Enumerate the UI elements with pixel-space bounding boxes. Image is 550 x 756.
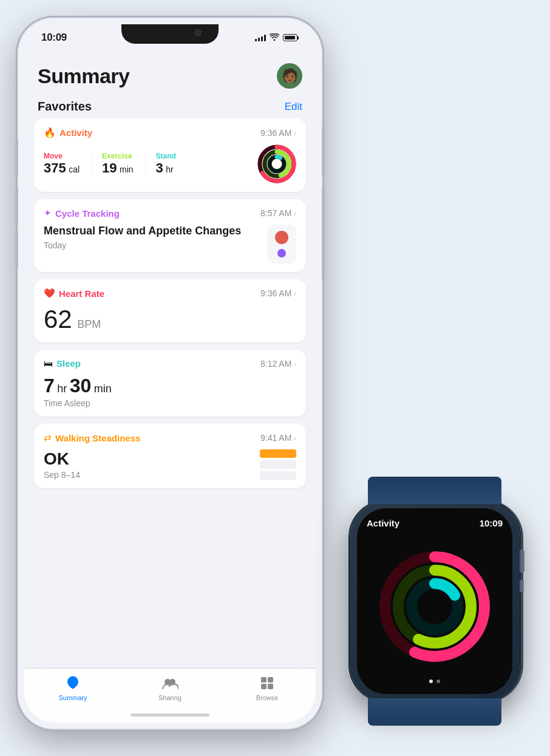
exercise-label: Exercise xyxy=(102,152,134,160)
phone-shell: 10:09 xyxy=(18,18,322,729)
tab-browse[interactable]: Browse xyxy=(219,675,316,701)
stand-value: 3 xyxy=(156,160,163,175)
sleep-icon: 🛏 xyxy=(44,358,53,369)
tab-summary[interactable]: Summary xyxy=(24,675,121,701)
activity-rings xyxy=(257,145,296,183)
watch-time: 10:09 xyxy=(480,518,503,528)
watch-dot-inactive xyxy=(436,679,440,683)
cycle-icon: ✦ xyxy=(44,208,52,219)
cycle-sub-text: Today xyxy=(44,240,241,250)
sleep-sub-text: Time Asleep xyxy=(44,398,296,408)
sleep-title: Sleep xyxy=(56,358,81,369)
chevron-icon: › xyxy=(293,359,296,369)
status-time: 10:09 xyxy=(41,32,67,44)
cycle-time: 8:57 AM › xyxy=(260,208,296,218)
watch-shell: Activity 10:09 → » xyxy=(350,501,520,701)
activity-card[interactable]: 🔥 Activity 9:36 AM › Move 375 xyxy=(34,118,306,192)
sleep-hours-unit: hr xyxy=(57,383,67,395)
activity-card-header: 🔥 Activity 9:36 AM › xyxy=(44,127,296,138)
battery-icon xyxy=(283,34,299,41)
sleep-hours-value: 7 xyxy=(44,375,55,397)
svg-text:↑: ↑ xyxy=(436,580,440,588)
edit-button[interactable]: Edit xyxy=(285,101,302,113)
sleep-time: 8:12 AM › xyxy=(260,359,296,369)
sharing-tab-label: Sharing xyxy=(158,694,182,701)
chevron-icon: › xyxy=(293,288,296,298)
sharing-tab-icon xyxy=(161,675,178,692)
chevron-icon: › xyxy=(293,128,296,138)
chevron-icon: › xyxy=(293,208,296,218)
sleep-minutes-unit: min xyxy=(94,383,112,395)
stand-unit: hr xyxy=(166,165,173,174)
walking-bar-2 xyxy=(260,460,296,469)
walking-content: OK Sep 8–14 xyxy=(44,449,296,480)
notch xyxy=(121,24,219,44)
activity-icon: 🔥 xyxy=(44,127,56,138)
page-title: Summary xyxy=(38,64,129,88)
cycle-content: Menstrual Flow and Appetite Changes Toda… xyxy=(44,225,296,264)
chevron-icon: › xyxy=(293,433,296,443)
tab-sharing[interactable]: Sharing xyxy=(121,675,219,701)
walking-steadiness-card[interactable]: ⇄ Walking Steadiness 9:41 AM › OK Sep 8–… xyxy=(34,424,306,488)
activity-time: 9:36 AM › xyxy=(260,128,296,138)
avatar[interactable]: 🧑🏾 xyxy=(277,63,302,89)
app-content[interactable]: Summary 🧑🏾 Favorites Edit 🔥 Activity 9:3… xyxy=(24,51,316,723)
watch-app-title: Activity xyxy=(367,518,399,528)
sleep-value-row: 7 hr 30 min xyxy=(44,375,296,397)
heart-rate-time: 9:36 AM › xyxy=(260,288,296,298)
apple-watch: Activity 10:09 → » xyxy=(338,501,532,720)
walking-date-range: Sep 8–14 xyxy=(44,470,80,480)
walking-bar-1 xyxy=(260,449,296,458)
heart-rate-title: Heart Rate xyxy=(59,288,104,299)
wifi-icon xyxy=(270,33,279,43)
browse-tab-label: Browse xyxy=(256,694,279,701)
app-header: Summary 🧑🏾 xyxy=(24,51,316,95)
watch-band-top xyxy=(368,477,501,504)
summary-tab-label: Summary xyxy=(58,694,87,701)
activity-metrics: Move 375 cal Exercise 19 min xyxy=(44,145,296,183)
walking-value: OK xyxy=(44,449,80,469)
watch-crown xyxy=(520,550,525,573)
move-value: 375 xyxy=(44,160,66,175)
watch-header: Activity 10:09 xyxy=(367,518,503,528)
sleep-minutes-value: 30 xyxy=(70,375,92,397)
walking-title: Walking Steadiness xyxy=(55,433,140,443)
svg-rect-11 xyxy=(268,684,273,689)
heart-rate-card[interactable]: ❤️ Heart Rate 9:36 AM › 62 BPM xyxy=(34,279,306,342)
cycle-tracking-card[interactable]: ✦ Cycle Tracking 8:57 AM › Menstrual Flo… xyxy=(34,199,306,272)
sleep-card[interactable]: 🛏 Sleep 8:12 AM › 7 hr 30 min Time Aslee… xyxy=(34,350,306,417)
heart-icon: ❤️ xyxy=(44,288,55,299)
walking-bar-chart xyxy=(260,449,296,480)
heart-rate-value: 62 xyxy=(44,305,72,333)
move-label: Move xyxy=(44,152,80,160)
watch-band-bottom xyxy=(368,698,501,726)
walking-bar-3 xyxy=(260,471,296,480)
phone-screen: 10:09 xyxy=(24,24,316,723)
purple-dot xyxy=(277,249,286,257)
svg-rect-8 xyxy=(261,677,267,683)
red-dot xyxy=(275,231,288,244)
favorites-label: Favorites xyxy=(38,100,92,114)
heart-rate-value-row: 62 BPM xyxy=(44,305,296,334)
watch-side-button xyxy=(520,580,524,592)
move-unit: cal xyxy=(69,165,80,174)
summary-tab-icon xyxy=(64,675,81,692)
signal-icon xyxy=(255,34,266,41)
cycle-title: Cycle Tracking xyxy=(55,208,120,219)
exercise-unit: min xyxy=(120,165,134,174)
cycle-card-header: ✦ Cycle Tracking 8:57 AM › xyxy=(44,208,296,219)
camera xyxy=(194,29,202,36)
cycle-main-text: Menstrual Flow and Appetite Changes xyxy=(44,225,241,238)
watch-activity-rings: → » ↑ xyxy=(367,533,503,679)
stand-metric: Stand 3 hr xyxy=(156,152,188,176)
walking-time: 9:41 AM › xyxy=(260,433,296,443)
activity-title: Activity xyxy=(59,128,92,138)
stand-label: Stand xyxy=(156,152,176,160)
heart-rate-unit: BPM xyxy=(77,318,101,330)
browse-tab-icon xyxy=(259,675,276,692)
watch-dot-active xyxy=(429,679,433,683)
watch-page-dots xyxy=(367,679,503,688)
exercise-metric: Exercise 19 min xyxy=(102,152,146,176)
move-metric: Move 375 cal xyxy=(44,152,92,176)
cycle-dots-indicator xyxy=(267,225,296,264)
